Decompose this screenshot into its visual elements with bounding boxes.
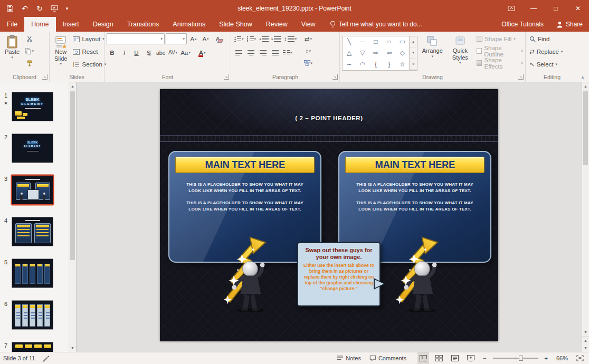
fit-slide-to-window-button[interactable] — [574, 352, 586, 364]
pen-icon[interactable] — [42, 355, 50, 362]
close-button[interactable]: ✕ — [567, 0, 589, 17]
canvas-scroll-thumb[interactable] — [583, 91, 588, 165]
shape-fill-button[interactable]: Shape Fill▾ — [477, 33, 523, 44]
slide-thumbnail-5[interactable] — [12, 258, 53, 288]
shape-diamond-icon[interactable]: ◇ — [400, 49, 405, 56]
quick-styles-button[interactable]: Quick Styles ▾ — [448, 33, 473, 73]
font-dialog-launcher[interactable]: ↘ — [224, 74, 229, 80]
bullets-button[interactable]: ▾ — [233, 33, 245, 44]
shape-arrow-icon[interactable]: ─ — [360, 38, 365, 45]
select-button[interactable]: ↖ Select ▾ — [528, 59, 564, 70]
zoom-out-button[interactable]: − — [481, 352, 488, 364]
drawing-dialog-launcher[interactable]: ↘ — [518, 74, 524, 80]
shrink-font-button[interactable]: A▾ — [200, 33, 211, 44]
shape-line-icon[interactable]: ╲ — [347, 38, 351, 45]
tab-home[interactable]: Home — [24, 17, 55, 32]
ribbon-display-options-button[interactable] — [500, 0, 522, 17]
tab-transitions[interactable]: Transitions — [120, 17, 166, 32]
slide-thumbnail-6[interactable] — [12, 300, 53, 330]
zoom-level-indicator[interactable]: 66% — [554, 352, 570, 364]
copy-button[interactable]: ▾ — [24, 45, 35, 56]
slide-canvas[interactable]: ( 2 – POINT HEADER) MAIN TEXT HERE THIS … — [160, 89, 498, 341]
shape-left-brace-icon[interactable]: { — [375, 61, 377, 68]
instruction-callout[interactable]: Swap out these guys for your own image. … — [297, 242, 381, 306]
numbering-button[interactable]: ▾ — [246, 33, 258, 44]
align-right-button[interactable] — [258, 47, 269, 58]
tell-me-box[interactable]: Tell me what you want to do... — [322, 17, 430, 32]
gallery-more-button[interactable]: ≡ — [410, 59, 417, 70]
align-text-button[interactable]: ↕▾ — [302, 45, 314, 56]
canvas-scrollbar[interactable]: ▲ ▼ ▲ ▼ — [582, 82, 589, 352]
shape-arc-icon[interactable]: ◠ — [360, 61, 365, 68]
shape-effects-button[interactable]: Shape Effects▾ — [477, 58, 523, 69]
reading-view-button[interactable] — [449, 352, 461, 364]
clipboard-dialog-launcher[interactable]: ↘ — [42, 74, 48, 80]
office-tutorials-tab[interactable]: Office Tutorials — [495, 17, 550, 32]
decrease-indent-button[interactable]: ◂ — [258, 33, 270, 44]
slide-thumbnail-2[interactable]: SLEEK ELEMENT — [12, 133, 53, 163]
panel-body-left[interactable]: THIS IS A PLACEHOLDER TO SHOW YOU WHAT I… — [180, 181, 310, 218]
businessman-firework-figure-right[interactable] — [391, 234, 450, 313]
canvas-scroll-track[interactable] — [582, 90, 589, 328]
text-direction-button[interactable]: ⇄▾ — [302, 33, 314, 44]
share-button[interactable]: Share — [550, 17, 589, 32]
zoom-in-button[interactable]: + — [543, 352, 550, 364]
strikethrough-button[interactable]: abc — [155, 47, 166, 58]
tab-view[interactable]: View — [294, 17, 322, 32]
section-button[interactable]: Section ▾ — [71, 59, 108, 70]
zoom-slider[interactable] — [493, 358, 538, 359]
businessman-firework-figure-left[interactable] — [219, 234, 278, 313]
maximize-button[interactable]: □ — [545, 0, 567, 17]
panel-header-left[interactable]: MAIN TEXT HERE — [175, 157, 315, 173]
replace-button[interactable]: ⇄ Replace ▾ — [528, 46, 564, 58]
normal-view-button[interactable] — [417, 352, 429, 364]
tab-insert[interactable]: Insert — [56, 17, 86, 32]
panel-header-right[interactable]: MAIN TEXT HERE — [345, 157, 484, 173]
slide-thumbnail-3-selected[interactable] — [12, 175, 53, 205]
shape-oval-icon[interactable]: ○ — [387, 38, 391, 45]
scroll-down-arrow-icon[interactable]: ▼ — [582, 328, 589, 336]
tab-slide-show[interactable]: Slide Show — [212, 17, 259, 32]
shapes-gallery[interactable]: ╲ ─ □ ○ ▭ △ ▽ ⇨ ⇦ ◇ ∼ ◠ { } ☆ — [342, 36, 410, 71]
font-size-combo[interactable]: ▾ — [166, 33, 187, 44]
font-color-button[interactable]: A▾ — [197, 47, 208, 58]
italic-button[interactable]: I — [119, 47, 130, 58]
reset-button[interactable]: Reset — [71, 46, 108, 58]
notes-toggle-button[interactable]: Notes — [335, 352, 363, 364]
collapse-ribbon-button[interactable]: ∧ — [578, 75, 587, 80]
shape-triangle-icon[interactable]: △ — [347, 49, 352, 56]
shape-right-brace-icon[interactable]: } — [388, 61, 390, 68]
find-button[interactable]: Find — [528, 33, 564, 45]
scroll-up-arrow-icon[interactable]: ▲ — [69, 82, 76, 90]
arrange-button[interactable]: Arrange ▾ — [419, 33, 446, 73]
thumbnail-scroll-track[interactable] — [69, 90, 76, 344]
new-slide-button[interactable]: New Slide ▾ — [52, 33, 70, 73]
panel-body-right[interactable]: THIS IS A PLACEHOLDER TO SHOW YOU WHAT I… — [350, 181, 480, 218]
clear-formatting-button[interactable]: A — [212, 33, 223, 44]
underline-button[interactable]: U — [131, 47, 142, 58]
undo-button[interactable]: ↶ — [18, 2, 32, 15]
shape-rectangle-icon[interactable]: □ — [374, 38, 377, 45]
gallery-scroll-down-button[interactable]: ▾ — [410, 47, 417, 59]
scroll-down-arrow-icon[interactable]: ▼ — [69, 344, 76, 352]
slide-number-indicator[interactable]: Slide 3 of 11 — [3, 355, 35, 361]
columns-button[interactable]: ▾ — [282, 47, 293, 58]
slide-thumbnail-4[interactable] — [12, 217, 53, 246]
tab-review[interactable]: Review — [259, 17, 294, 32]
bold-button[interactable]: B — [107, 47, 118, 58]
convert-smartart-button[interactable]: ▾ — [302, 58, 314, 69]
cut-button[interactable] — [24, 33, 35, 44]
tab-animations[interactable]: Animations — [166, 17, 212, 32]
shape-rounded-rectangle-icon[interactable]: ▭ — [400, 38, 405, 45]
paragraph-dialog-launcher[interactable]: ↘ — [332, 74, 338, 80]
grow-font-button[interactable]: A▴ — [188, 33, 199, 44]
zoom-slider-knob[interactable] — [519, 356, 523, 361]
thumbnail-scrollbar[interactable]: ▲ ▼ — [69, 82, 76, 352]
tab-file[interactable]: File — [0, 17, 24, 32]
change-case-button[interactable]: Aa▾ — [179, 47, 192, 58]
shape-left-arrow-icon[interactable]: ⇦ — [386, 49, 392, 56]
slide-show-view-button[interactable] — [465, 352, 477, 364]
save-button[interactable] — [3, 2, 17, 15]
next-slide-button[interactable]: ▼ — [582, 344, 589, 352]
paste-button[interactable]: Paste ▾ — [2, 33, 22, 73]
